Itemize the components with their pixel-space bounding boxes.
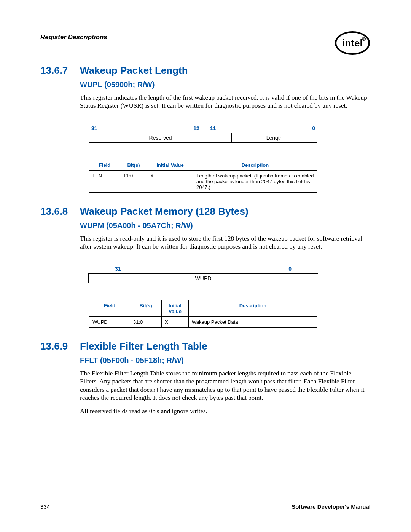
field-table-wupm: Field Bit(s) Initial Value Description W… — [89, 300, 317, 328]
content: 13.6.7 Wakeup Packet Length WUPL (05900h… — [40, 65, 371, 415]
table-header-row: Field Bit(s) Initial Value Description — [89, 160, 317, 170]
register-subheading-wupm: WUPM (05A00h - 05A7Ch; R/W) — [80, 221, 371, 230]
table-row: WUPD 31:0 X Wakeup Packet Data — [89, 317, 317, 328]
th-init: Initial Value — [147, 160, 193, 170]
bit-31: 31 — [91, 125, 97, 131]
bit-0: 0 — [312, 125, 315, 131]
bit-cell-wupd: WUPD — [89, 274, 318, 283]
bit-0: 0 — [288, 266, 292, 272]
bit-31: 31 — [115, 266, 121, 272]
bit-row: WUPD — [88, 273, 318, 283]
bit-layout-wupl: 31 12 11 0 Reserved Length — [89, 125, 317, 143]
svg-text:R: R — [363, 38, 365, 40]
section-title: Flexible Filter Length Table — [80, 340, 207, 352]
section-title: Wakeup Packet Length — [80, 65, 188, 77]
th-desc: Description — [193, 160, 317, 170]
table-header-row: Field Bit(s) Initial Value Description — [89, 300, 317, 317]
td-desc: Wakeup Packet Data — [189, 317, 317, 328]
td-bits: 31:0 — [130, 317, 162, 328]
bit-cell-reserved: Reserved — [89, 133, 231, 142]
bit-11: 11 — [210, 125, 216, 131]
th-bits: Bit(s) — [130, 300, 162, 317]
td-init: X — [147, 170, 193, 192]
bit-row: Reserved Length — [89, 133, 317, 143]
manual-title: Software Developer's Manual — [292, 503, 371, 510]
td-desc: Length of wakeup packet. (If jumbo frame… — [193, 170, 317, 192]
th-bits: Bit(s) — [120, 160, 147, 170]
paragraph: The Flexible Filter Length Table stores … — [80, 369, 371, 402]
td-field: LEN — [89, 170, 120, 192]
section-heading-1368: 13.6.8 Wakeup Packet Memory (128 Bytes) — [40, 206, 371, 217]
register-subheading-wupl: WUPL (05900h; R/W) — [80, 80, 371, 89]
td-field: WUPD — [89, 317, 130, 328]
bit-labels: 31 12 11 0 — [89, 125, 317, 133]
paragraph: This register indicates the length of th… — [80, 94, 371, 110]
th-field: Field — [89, 160, 120, 170]
section-heading-1369: 13.6.9 Flexible Filter Length Table — [40, 340, 371, 352]
document-page: Register Descriptions intel R 13.6.7 Wak… — [0, 0, 411, 532]
section-number: 13.6.8 — [40, 206, 80, 217]
register-subheading-fflt: FFLT (05F00h - 05F18h; R/W) — [80, 356, 371, 365]
paragraph: All reserved fields read as 0b's and ign… — [80, 407, 371, 415]
th-init: Initial Value — [162, 300, 189, 317]
page-header: Register Descriptions intel R — [40, 30, 371, 56]
bit-layout-wupm: 31 0 WUPD — [113, 266, 294, 283]
section-title: Wakeup Packet Memory (128 Bytes) — [80, 206, 249, 217]
table-row: LEN 11:0 X Length of wakeup packet. (If … — [89, 170, 317, 192]
section-heading-1367: 13.6.7 Wakeup Packet Length — [40, 65, 371, 77]
th-desc: Description — [189, 300, 317, 317]
field-table-wupl: Field Bit(s) Initial Value Description L… — [89, 160, 317, 193]
bit-labels: 31 0 — [113, 266, 294, 273]
page-number: 334 — [40, 503, 50, 510]
th-field: Field — [89, 300, 130, 317]
bit-cell-length: Length — [231, 133, 317, 142]
intel-logo-icon: intel R — [334, 30, 371, 56]
section-number: 13.6.9 — [40, 340, 80, 352]
svg-text:intel: intel — [342, 37, 362, 49]
running-head: Register Descriptions — [40, 34, 107, 41]
page-footer: 334 Software Developer's Manual — [40, 503, 371, 510]
td-init: X — [162, 317, 189, 328]
paragraph: This register is read-only and it is use… — [80, 235, 371, 251]
section-number: 13.6.7 — [40, 65, 80, 77]
td-bits: 11:0 — [120, 170, 147, 192]
bit-12: 12 — [193, 125, 199, 131]
